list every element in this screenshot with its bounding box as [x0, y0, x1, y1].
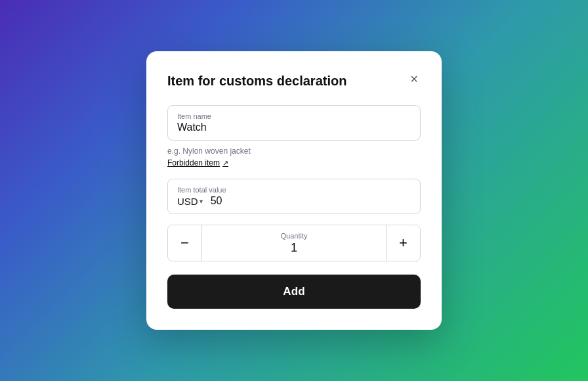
currency-code: USD — [177, 196, 198, 207]
quantity-label: Quantity — [281, 232, 308, 240]
close-button[interactable]: × — [408, 71, 421, 87]
hint-text: e.g. Nylon woven jacket — [167, 146, 251, 156]
item-name-label: Item name — [177, 112, 411, 120]
external-link-icon: ↗ — [222, 159, 228, 168]
amount-value: 50 — [211, 195, 222, 207]
chevron-down-icon: ▾ — [200, 198, 203, 205]
item-value-group: Item total value USD ▾ 50 — [167, 179, 421, 214]
modal-header: Item for customs declaration × — [167, 72, 421, 89]
forbidden-item-link[interactable]: Forbidden item ↗ — [167, 158, 228, 168]
modal-title: Item for customs declaration — [167, 72, 400, 89]
modal-dialog: Item for customs declaration × Item name… — [146, 51, 442, 330]
hint-group: e.g. Nylon woven jacket Forbidden item ↗ — [167, 145, 421, 168]
item-value-label: Item total value — [177, 186, 411, 194]
decrement-button[interactable]: − — [168, 225, 202, 261]
modal-overlay: Item for customs declaration × Item name… — [0, 0, 588, 381]
quantity-display: Quantity 1 — [202, 225, 386, 261]
forbidden-item-label: Forbidden item — [167, 158, 220, 168]
add-button[interactable]: Add — [167, 275, 421, 309]
quantity-value: 1 — [291, 241, 297, 255]
quantity-row: − Quantity 1 + — [167, 225, 421, 261]
item-name-field-box[interactable]: Item name Watch — [167, 105, 421, 141]
item-name-group: Item name Watch e.g. Nylon woven jacket … — [167, 105, 421, 168]
currency-selector[interactable]: USD ▾ — [177, 196, 203, 207]
item-value-field-box[interactable]: Item total value USD ▾ 50 — [167, 179, 421, 214]
item-name-value: Watch — [177, 122, 411, 133]
currency-value-row: USD ▾ 50 — [177, 195, 411, 207]
increment-button[interactable]: + — [386, 225, 420, 261]
